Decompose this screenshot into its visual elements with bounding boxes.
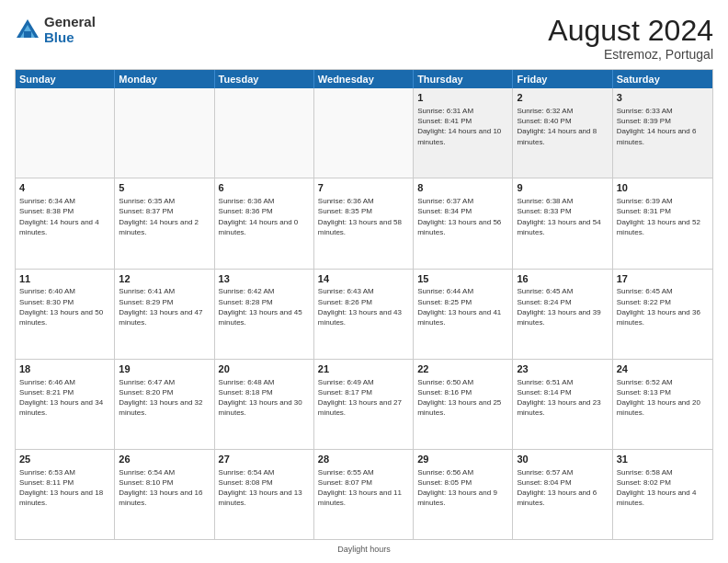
day-cell-18: 18Sunrise: 6:46 AM Sunset: 8:21 PM Dayli…	[16, 360, 115, 449]
day-info: Sunrise: 6:52 AM Sunset: 8:13 PM Dayligh…	[617, 377, 709, 419]
day-info: Sunrise: 6:43 AM Sunset: 8:26 PM Dayligh…	[318, 286, 409, 327]
day-info: Sunrise: 6:38 AM Sunset: 8:33 PM Dayligh…	[517, 196, 608, 237]
day-cell-9: 9Sunrise: 6:38 AM Sunset: 8:33 PM Daylig…	[513, 178, 612, 268]
day-number: 9	[517, 181, 608, 195]
day-info: Sunrise: 6:55 AM Sunset: 8:07 PM Dayligh…	[318, 467, 409, 509]
day-cell-28: 28Sunrise: 6:55 AM Sunset: 8:07 PM Dayli…	[314, 450, 414, 539]
day-cell-15: 15Sunrise: 6:44 AM Sunset: 8:25 PM Dayli…	[414, 270, 513, 359]
calendar-row-2: 11Sunrise: 6:40 AM Sunset: 8:30 PM Dayli…	[16, 270, 712, 360]
empty-cell	[16, 88, 115, 178]
day-number: 2	[517, 91, 608, 105]
day-cell-4: 4Sunrise: 6:34 AM Sunset: 8:38 PM Daylig…	[16, 178, 115, 268]
day-info: Sunrise: 6:46 AM Sunset: 8:21 PM Dayligh…	[19, 377, 110, 419]
day-number: 25	[19, 453, 110, 466]
day-number: 26	[119, 453, 210, 466]
day-number: 29	[417, 453, 508, 466]
day-info: Sunrise: 6:31 AM Sunset: 8:41 PM Dayligh…	[417, 106, 508, 147]
day-number: 21	[318, 362, 409, 376]
day-number: 4	[19, 181, 110, 195]
day-cell-19: 19Sunrise: 6:47 AM Sunset: 8:20 PM Dayli…	[115, 360, 214, 449]
header: General Blue August 2024 Estremoz, Portu…	[15, 15, 713, 62]
day-info: Sunrise: 6:48 AM Sunset: 8:18 PM Dayligh…	[219, 377, 310, 419]
calendar-header: SundayMondayTuesdayWednesdayThursdayFrid…	[16, 70, 712, 88]
title-block: August 2024 Estremoz, Portugal	[548, 15, 713, 62]
day-info: Sunrise: 6:57 AM Sunset: 8:04 PM Dayligh…	[517, 467, 608, 509]
day-number: 3	[617, 91, 709, 105]
day-cell-20: 20Sunrise: 6:48 AM Sunset: 8:18 PM Dayli…	[215, 360, 314, 449]
weekday-header-friday: Friday	[513, 70, 612, 88]
logo-general-text: General	[44, 15, 96, 30]
day-cell-27: 27Sunrise: 6:54 AM Sunset: 8:08 PM Dayli…	[215, 450, 314, 539]
location-subtitle: Estremoz, Portugal	[548, 47, 713, 62]
day-cell-8: 8Sunrise: 6:37 AM Sunset: 8:34 PM Daylig…	[414, 178, 513, 268]
month-year-title: August 2024	[548, 15, 713, 47]
day-info: Sunrise: 6:45 AM Sunset: 8:24 PM Dayligh…	[517, 286, 608, 327]
day-number: 18	[19, 362, 110, 376]
day-number: 8	[417, 181, 508, 195]
day-info: Sunrise: 6:51 AM Sunset: 8:14 PM Dayligh…	[517, 377, 608, 419]
day-cell-22: 22Sunrise: 6:50 AM Sunset: 8:16 PM Dayli…	[414, 360, 513, 449]
day-cell-7: 7Sunrise: 6:36 AM Sunset: 8:35 PM Daylig…	[314, 178, 414, 268]
day-info: Sunrise: 6:44 AM Sunset: 8:25 PM Dayligh…	[417, 286, 508, 327]
day-number: 16	[517, 272, 608, 286]
day-number: 1	[417, 91, 508, 105]
day-number: 20	[219, 362, 310, 376]
footer: Daylight hours	[15, 545, 713, 554]
calendar-row-0: 1Sunrise: 6:31 AM Sunset: 8:41 PM Daylig…	[16, 88, 712, 178]
logo-icon	[15, 17, 40, 43]
svg-rect-2	[24, 31, 31, 38]
day-cell-30: 30Sunrise: 6:57 AM Sunset: 8:04 PM Dayli…	[513, 450, 612, 539]
day-info: Sunrise: 6:58 AM Sunset: 8:02 PM Dayligh…	[617, 467, 709, 509]
calendar-row-3: 18Sunrise: 6:46 AM Sunset: 8:21 PM Dayli…	[16, 360, 712, 450]
day-cell-2: 2Sunrise: 6:32 AM Sunset: 8:40 PM Daylig…	[513, 88, 612, 178]
day-number: 22	[417, 362, 508, 376]
logo-text: General Blue	[44, 15, 96, 45]
day-cell-29: 29Sunrise: 6:56 AM Sunset: 8:05 PM Dayli…	[414, 450, 513, 539]
day-info: Sunrise: 6:50 AM Sunset: 8:16 PM Dayligh…	[417, 377, 508, 419]
day-cell-6: 6Sunrise: 6:36 AM Sunset: 8:36 PM Daylig…	[215, 178, 314, 268]
day-cell-23: 23Sunrise: 6:51 AM Sunset: 8:14 PM Dayli…	[513, 360, 612, 449]
day-number: 19	[119, 362, 210, 376]
day-cell-26: 26Sunrise: 6:54 AM Sunset: 8:10 PM Dayli…	[115, 450, 214, 539]
logo-blue-text: Blue	[44, 30, 96, 46]
weekday-header-sunday: Sunday	[16, 70, 115, 88]
day-info: Sunrise: 6:36 AM Sunset: 8:36 PM Dayligh…	[219, 196, 310, 237]
day-number: 24	[617, 362, 709, 376]
calendar-row-4: 25Sunrise: 6:53 AM Sunset: 8:11 PM Dayli…	[16, 450, 712, 539]
day-info: Sunrise: 6:54 AM Sunset: 8:08 PM Dayligh…	[219, 467, 310, 509]
weekday-header-tuesday: Tuesday	[215, 70, 314, 88]
day-cell-24: 24Sunrise: 6:52 AM Sunset: 8:13 PM Dayli…	[613, 360, 712, 449]
day-cell-16: 16Sunrise: 6:45 AM Sunset: 8:24 PM Dayli…	[513, 270, 612, 359]
day-info: Sunrise: 6:33 AM Sunset: 8:39 PM Dayligh…	[617, 106, 709, 147]
day-number: 5	[119, 181, 210, 195]
day-number: 12	[119, 272, 210, 286]
weekday-header-thursday: Thursday	[414, 70, 513, 88]
calendar: SundayMondayTuesdayWednesdayThursdayFrid…	[15, 69, 713, 540]
day-info: Sunrise: 6:56 AM Sunset: 8:05 PM Dayligh…	[417, 467, 508, 509]
empty-cell	[115, 88, 214, 178]
day-cell-25: 25Sunrise: 6:53 AM Sunset: 8:11 PM Dayli…	[16, 450, 115, 539]
day-cell-31: 31Sunrise: 6:58 AM Sunset: 8:02 PM Dayli…	[613, 450, 712, 539]
day-cell-17: 17Sunrise: 6:45 AM Sunset: 8:22 PM Dayli…	[613, 270, 712, 359]
day-info: Sunrise: 6:41 AM Sunset: 8:29 PM Dayligh…	[119, 286, 210, 327]
day-number: 15	[417, 272, 508, 286]
day-info: Sunrise: 6:53 AM Sunset: 8:11 PM Dayligh…	[19, 467, 110, 509]
day-cell-14: 14Sunrise: 6:43 AM Sunset: 8:26 PM Dayli…	[314, 270, 414, 359]
empty-cell	[215, 88, 314, 178]
page: General Blue August 2024 Estremoz, Portu…	[0, 0, 728, 563]
empty-cell	[314, 88, 414, 178]
day-cell-11: 11Sunrise: 6:40 AM Sunset: 8:30 PM Dayli…	[16, 270, 115, 359]
day-info: Sunrise: 6:40 AM Sunset: 8:30 PM Dayligh…	[19, 286, 110, 327]
logo: General Blue	[15, 15, 96, 45]
day-number: 7	[318, 181, 409, 195]
day-cell-3: 3Sunrise: 6:33 AM Sunset: 8:39 PM Daylig…	[613, 88, 712, 178]
day-info: Sunrise: 6:45 AM Sunset: 8:22 PM Dayligh…	[617, 286, 709, 327]
day-number: 17	[617, 272, 709, 286]
calendar-row-1: 4Sunrise: 6:34 AM Sunset: 8:38 PM Daylig…	[16, 178, 712, 269]
day-cell-5: 5Sunrise: 6:35 AM Sunset: 8:37 PM Daylig…	[115, 178, 214, 268]
day-number: 11	[19, 272, 110, 286]
day-number: 27	[219, 453, 310, 466]
day-number: 6	[219, 181, 310, 195]
day-info: Sunrise: 6:47 AM Sunset: 8:20 PM Dayligh…	[119, 377, 210, 419]
day-info: Sunrise: 6:54 AM Sunset: 8:10 PM Dayligh…	[119, 467, 210, 509]
